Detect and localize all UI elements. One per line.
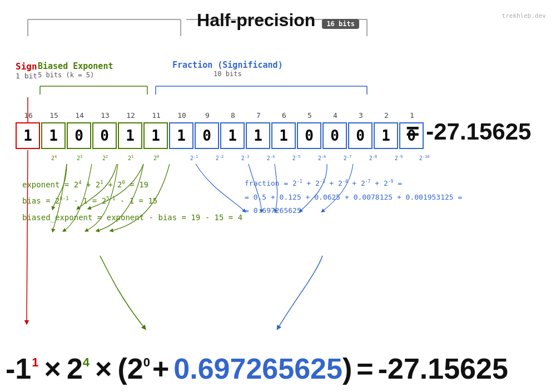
- biased-line: biased_exponent = exponent - bias = 19 -…: [22, 210, 242, 226]
- bit-box-2: 0: [67, 122, 91, 149]
- formula-exp-sup: 4: [83, 355, 90, 370]
- bit-box-6: 1: [169, 122, 193, 149]
- bit-pos-3: 3: [348, 111, 374, 120]
- fraction-line3: = 0.697265625: [245, 204, 462, 218]
- formula-times2: ×: [95, 352, 112, 385]
- formula-two: 2: [67, 352, 83, 385]
- fraction-line1: fraction = 2-1 + 2-3 + 2-4 + 2-7 + 2-9 =: [245, 177, 462, 191]
- bits-badge: 16 bits: [322, 19, 359, 29]
- formula-sign-sup: 1: [32, 355, 38, 370]
- bit-pos-10: 10: [169, 111, 195, 120]
- bit-pos-6: 6: [271, 111, 297, 120]
- bit-box-9: 1: [246, 122, 270, 149]
- frac-powers: 2-1 2-2 2-3 2-4 2-5 2-6 2-7 2-8 2-9 2-10: [181, 155, 437, 161]
- exponent-label: Biased Exponent 5 bits (k = 5): [38, 61, 113, 79]
- bit-box-8: 1: [220, 122, 245, 149]
- bit-pos-14: 14: [67, 111, 92, 120]
- bit-box-0: 1: [16, 122, 40, 149]
- bit-pos-8: 8: [220, 111, 246, 120]
- formula-neg: -1: [6, 352, 31, 385]
- formula-times1: ×: [44, 352, 61, 385]
- bit-box-4: 1: [118, 122, 142, 149]
- formula-fraction-val: 0.697265625: [173, 352, 342, 385]
- bit-pos-9: 9: [195, 111, 220, 120]
- bottom-formula: -1 1 × 2 4 × (2 0 + 0.697265625 ) = -27.…: [6, 352, 550, 385]
- bit-box-1: 1: [41, 122, 66, 149]
- bit-pos-2: 2: [374, 111, 399, 120]
- formula-paren-sup: 0: [143, 355, 150, 370]
- bit-pos-12: 12: [118, 111, 143, 120]
- formula-paren-close: ): [342, 352, 352, 385]
- fraction-calc: fraction = 2-1 + 2-3 + 2-4 + 2-7 + 2-9 =…: [245, 177, 462, 218]
- bit-pos-16: 16: [16, 111, 41, 120]
- bit-pos-11: 11: [143, 111, 169, 120]
- sign-label: Sign 1 bit: [16, 61, 37, 80]
- exp-powers: 24 23 22 21 20: [41, 155, 169, 161]
- bit-box-5: 1: [143, 122, 168, 149]
- bit-box-3: 0: [92, 122, 117, 149]
- bit-box-13: 0: [348, 122, 373, 149]
- formula-equals: =: [356, 352, 373, 385]
- fraction-line2: = 0.5 + 0.125 + 0.0625 + 0.0078125 + 0.0…: [245, 191, 462, 205]
- page-title: Half-precision: [197, 10, 315, 30]
- fraction-label: Fraction (Significand) 10 bits: [172, 60, 283, 78]
- bit-box-14: 1: [374, 122, 398, 149]
- exponent-calc: exponent = 24 + 21 + 20 = 19 bias = 2k-1…: [22, 177, 242, 226]
- bit-pos-13: 13: [92, 111, 118, 120]
- formula-result: -27.15625: [378, 352, 508, 385]
- bit-box-10: 1: [271, 122, 296, 149]
- result-value: = -27.15625: [406, 118, 531, 145]
- site-credit: trekhleb.dev: [502, 12, 546, 19]
- formula-paren-open: (2: [117, 352, 143, 385]
- bias-line: bias = 2k-1 - 1 = 25-1 - 1 = 15: [22, 193, 242, 209]
- bit-box-7: 0: [195, 122, 219, 149]
- bit-pos-5: 5: [297, 111, 322, 120]
- formula-plus: +: [152, 352, 169, 385]
- bit-pos-7: 7: [246, 111, 271, 120]
- bits-row: 1100111011100010: [16, 122, 425, 149]
- exponent-line: exponent = 24 + 21 + 20 = 19: [22, 177, 242, 193]
- bit-box-12: 0: [322, 122, 347, 149]
- bit-pos-4: 4: [322, 111, 348, 120]
- title-area: Half-precision 16 bits trekhleb.dev: [0, 0, 556, 31]
- bit-positions: 16151413121110987654321: [16, 111, 425, 120]
- bit-box-11: 0: [297, 122, 321, 149]
- bit-pos-15: 15: [41, 111, 67, 120]
